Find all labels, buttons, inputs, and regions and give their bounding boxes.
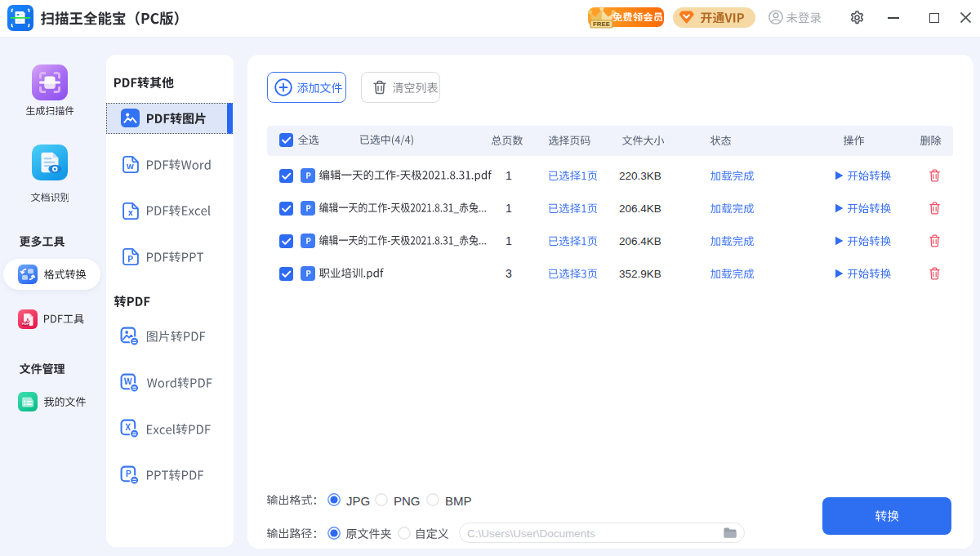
svg-text:PDF: PDF [22, 322, 29, 326]
svg-text:FREE: FREE [593, 20, 610, 28]
